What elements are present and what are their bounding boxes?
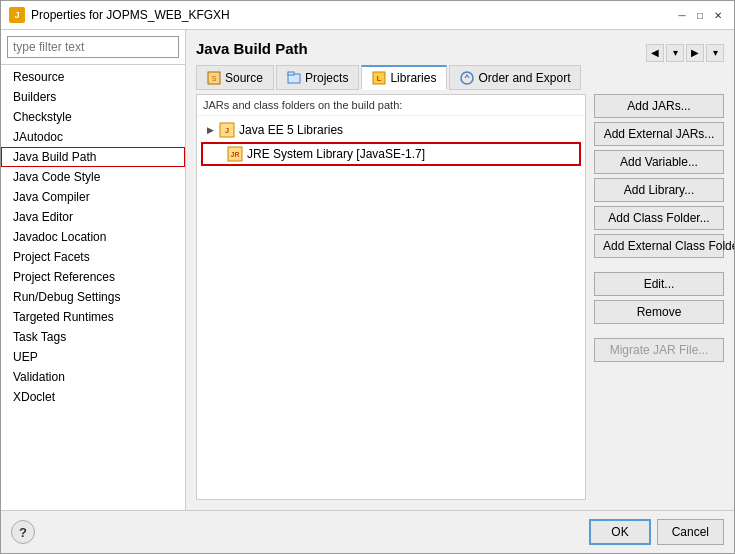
tab-source[interactable]: S Source: [196, 65, 274, 90]
panel-title-row: Java Build Path ◀ ▾ ▶ ▾: [196, 40, 724, 65]
nav-item-project-references[interactable]: Project References: [1, 267, 185, 287]
tab-source-label: Source: [225, 71, 263, 85]
svg-text:L: L: [377, 74, 382, 83]
tab-libraries-label: Libraries: [390, 71, 436, 85]
btn-separator2: [594, 328, 724, 334]
nav-item-java-build-path[interactable]: Java Build Path: [1, 147, 185, 167]
nav-item-builders[interactable]: Builders: [1, 87, 185, 107]
svg-text:J: J: [225, 126, 229, 135]
tree-group-java-ee: ▶ J Java EE 5 Libraries: [201, 120, 581, 166]
java-ee-label: Java EE 5 Libraries: [239, 123, 343, 137]
title-buttons: ─ □ ✕: [674, 7, 726, 23]
nav-item-java-compiler[interactable]: Java Compiler: [1, 187, 185, 207]
libraries-panel: JARs and class folders on the build path…: [196, 94, 586, 500]
order-icon: [460, 71, 474, 85]
minimize-button[interactable]: ─: [674, 7, 690, 23]
help-icon: ?: [19, 525, 27, 540]
content-area: Resource Builders Checkstyle JAutodoc Ja…: [1, 30, 734, 510]
lib-description: JARs and class folders on the build path…: [197, 95, 585, 116]
remove-button[interactable]: Remove: [594, 300, 724, 324]
nav-item-java-editor[interactable]: Java Editor: [1, 207, 185, 227]
bottom-bar: ? OK Cancel: [1, 510, 734, 553]
ok-cancel-buttons: OK Cancel: [589, 519, 724, 545]
nav-item-xdoclet[interactable]: XDoclet: [1, 387, 185, 407]
add-variable-button[interactable]: Add Variable...: [594, 150, 724, 174]
btn-separator1: [594, 262, 724, 268]
close-button[interactable]: ✕: [710, 7, 726, 23]
svg-text:S: S: [212, 75, 217, 82]
svg-rect-3: [288, 72, 294, 75]
edit-button[interactable]: Edit...: [594, 272, 724, 296]
panel-title: Java Build Path: [196, 40, 308, 57]
svg-text:JR: JR: [231, 151, 240, 158]
tab-order-export[interactable]: Order and Export: [449, 65, 581, 90]
forward-dropdown-button[interactable]: ▾: [706, 44, 724, 62]
nav-item-javadoc-location[interactable]: Javadoc Location: [1, 227, 185, 247]
add-external-class-folder-button[interactable]: Add External Class Folder...: [594, 234, 724, 258]
tree-group-java-ee-header[interactable]: ▶ J Java EE 5 Libraries: [201, 120, 581, 140]
nav-item-checkstyle[interactable]: Checkstyle: [1, 107, 185, 127]
forward-button[interactable]: ▶: [686, 44, 704, 62]
tab-libraries[interactable]: L Libraries: [361, 65, 447, 90]
nav-item-task-tags[interactable]: Task Tags: [1, 327, 185, 347]
back-button[interactable]: ◀: [646, 44, 664, 62]
jre-icon: JR: [227, 146, 243, 162]
nav-list: Resource Builders Checkstyle JAutodoc Ja…: [1, 65, 185, 510]
filter-input[interactable]: [7, 36, 179, 58]
add-class-folder-button[interactable]: Add Class Folder...: [594, 206, 724, 230]
add-external-jars-button[interactable]: Add External JARs...: [594, 122, 724, 146]
libraries-icon: L: [372, 71, 386, 85]
back-dropdown-button[interactable]: ▾: [666, 44, 684, 62]
nav-item-project-facets[interactable]: Project Facets: [1, 247, 185, 267]
nav-item-run-debug-settings[interactable]: Run/Debug Settings: [1, 287, 185, 307]
nav-item-uep[interactable]: UEP: [1, 347, 185, 367]
right-panel: Java Build Path ◀ ▾ ▶ ▾ S: [186, 30, 734, 510]
title-bar: J Properties for JOPMS_WEB_KFGXH ─ □ ✕: [1, 1, 734, 30]
add-jars-button[interactable]: Add JARs...: [594, 94, 724, 118]
dialog: J Properties for JOPMS_WEB_KFGXH ─ □ ✕ R…: [0, 0, 735, 554]
nav-item-jautodoc[interactable]: JAutodoc: [1, 127, 185, 147]
help-button[interactable]: ?: [11, 520, 35, 544]
nav-item-validation[interactable]: Validation: [1, 367, 185, 387]
nav-arrows-row: ◀ ▾ ▶ ▾: [646, 44, 724, 62]
dialog-title: Properties for JOPMS_WEB_KFGXH: [31, 8, 668, 22]
svg-point-6: [461, 72, 473, 84]
app-icon: J: [9, 7, 25, 23]
projects-icon: [287, 71, 301, 85]
tab-projects-label: Projects: [305, 71, 348, 85]
tab-order-export-label: Order and Export: [478, 71, 570, 85]
tree-child-jre[interactable]: JR JRE System Library [JavaSE-1.7]: [201, 142, 581, 166]
main-content-area: JARs and class folders on the build path…: [196, 94, 724, 500]
nav-item-resource[interactable]: Resource: [1, 67, 185, 87]
maximize-button[interactable]: □: [692, 7, 708, 23]
lib-tree: ▶ J Java EE 5 Libraries: [197, 116, 585, 499]
nav-item-targeted-runtimes[interactable]: Targeted Runtimes: [1, 307, 185, 327]
tabs-area: S Source Projects: [196, 65, 724, 90]
migrate-jar-button[interactable]: Migrate JAR File...: [594, 338, 724, 362]
filter-box: [1, 30, 185, 65]
tree-expand-arrow: ▶: [205, 125, 215, 135]
add-library-button[interactable]: Add Library...: [594, 178, 724, 202]
nav-item-java-code-style[interactable]: Java Code Style: [1, 167, 185, 187]
java-ee-icon: J: [219, 122, 235, 138]
source-icon: S: [207, 71, 221, 85]
tab-projects[interactable]: Projects: [276, 65, 359, 90]
buttons-panel: Add JARs... Add External JARs... Add Var…: [594, 94, 724, 500]
ok-button[interactable]: OK: [589, 519, 650, 545]
jre-label: JRE System Library [JavaSE-1.7]: [247, 147, 425, 161]
left-panel: Resource Builders Checkstyle JAutodoc Ja…: [1, 30, 186, 510]
cancel-button[interactable]: Cancel: [657, 519, 724, 545]
